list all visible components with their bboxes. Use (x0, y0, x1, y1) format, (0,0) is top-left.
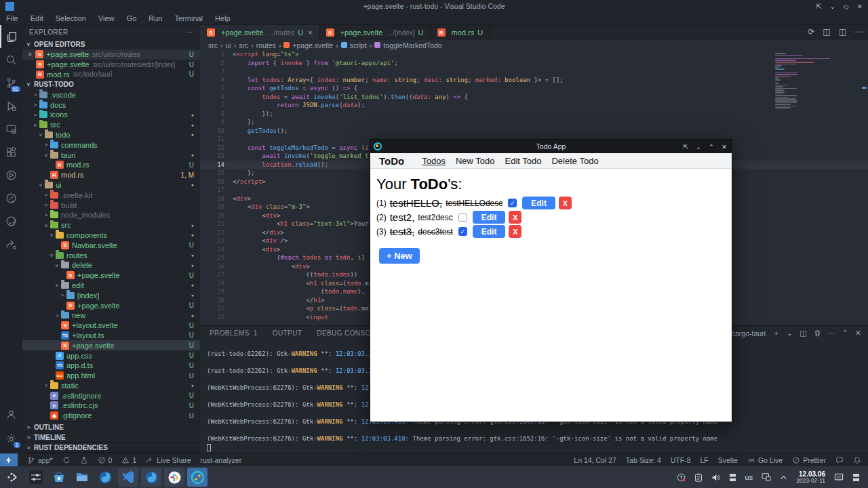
tree-item--gitignore[interactable]: ◆.gitignoreU (22, 411, 200, 421)
code-line-2[interactable]: 2 import { invoke } from '@tauri-apps/ap… (200, 59, 868, 68)
todo-checkbox[interactable]: ✓ (458, 227, 467, 236)
todo-nav-edit-todo[interactable]: Edit Todo (505, 156, 542, 166)
tree-item-node-modules[interactable]: >node_modules (22, 210, 200, 220)
delete-todo-button[interactable]: X (509, 225, 521, 238)
open-editor-item[interactable]: S+page.sveltesrc/ui/src/routes/edit/[ind… (22, 60, 200, 70)
status-item-live-share[interactable]: Live Share (146, 456, 191, 464)
status-item-rust-analyzer[interactable]: rust-analyzer (201, 456, 242, 464)
open-editor-item[interactable]: ×S+page.sveltesrc/ui/src/routesU (22, 49, 200, 60)
extensions-activity-icon[interactable] (0, 140, 22, 163)
terminal-action-icon[interactable]: ◫ (800, 329, 806, 338)
code-line-1[interactable]: 1<script lang="ts"> (200, 50, 868, 59)
breadcrumb-item[interactable]: ui (226, 41, 231, 49)
open-editors-header[interactable]: ∨ OPEN EDITORS (22, 39, 200, 49)
tree-item--svelte-kit[interactable]: >.svelte-kit (22, 190, 200, 200)
menu-help[interactable]: Help (209, 14, 237, 22)
todo-nav-new-todo[interactable]: New Todo (456, 156, 495, 166)
tree-item-commands[interactable]: >commands (22, 140, 200, 150)
status-item-utf-8[interactable]: UTF-8 (671, 456, 691, 464)
todo-window-controls[interactable]: ⇱⌄⌃✕ (683, 143, 727, 150)
breadcrumb-item[interactable]: src (239, 41, 248, 49)
update-tray-icon[interactable] (677, 473, 686, 482)
breadcrumb-item[interactable]: src (208, 41, 218, 49)
tree-item--page-svelte[interactable]: S+page.svelteU (22, 270, 200, 281)
code-line-8[interactable]: 8 }); (200, 110, 868, 119)
circle2-activity-icon[interactable] (0, 186, 22, 209)
taskbar-clock[interactable]: 12.03.062023-07-11 (796, 470, 825, 484)
status-item-go-live[interactable]: Go Live (747, 456, 783, 464)
panel-tab-problems[interactable]: PROBLEMS1 (210, 329, 258, 337)
taskbar-app-firefox[interactable] (141, 468, 161, 487)
breadcrumb-item[interactable]: +page.svelte (292, 41, 333, 49)
tree-item-new[interactable]: >new● (22, 310, 200, 321)
menu-terminal[interactable]: Terminal (169, 14, 210, 22)
debug-activity-icon[interactable] (0, 94, 22, 117)
account-activity-icon[interactable] (0, 403, 22, 426)
scm-activity-icon[interactable]: 51 (0, 71, 22, 94)
tree-item-icons[interactable]: >icons● (22, 110, 200, 120)
status-item-svelte[interactable]: Svelte (718, 456, 738, 464)
section-timeline[interactable]: >TIMELINE (22, 432, 200, 443)
status-item-0[interactable]: 0 (98, 456, 113, 464)
code-line-4[interactable]: 4 let todos: Array<{ index: number; name… (200, 76, 868, 85)
taskbar-app-tweaks[interactable] (26, 468, 46, 487)
terminal-action-icon[interactable]: ⌃ (842, 329, 848, 338)
tree-item-src[interactable]: vsrc● (22, 220, 200, 230)
tree-item--eslintrc-cjs[interactable]: e.eslintrc.cjsU (22, 401, 200, 411)
terminal-action-icon[interactable]: ✕ (855, 329, 861, 338)
remote-indicator[interactable] (0, 453, 18, 467)
menu-go[interactable]: Go (121, 14, 143, 22)
tree-item-navbar-svelte[interactable]: SNavbar.svelteU (22, 240, 200, 250)
kill-terminal-icon[interactable] (814, 329, 821, 337)
chevup-tray-icon[interactable] (780, 474, 787, 481)
code-line-7[interactable]: 7 return JSON.parse(data); (200, 101, 868, 110)
menu-file[interactable]: File (0, 14, 24, 22)
breadcrumb-item[interactable]: routes (256, 41, 276, 49)
code-line-9[interactable]: 9 }; (200, 118, 868, 127)
open-editor-item[interactable]: Rmod.rssrc/todo/tauriU (22, 70, 200, 80)
pin-icon[interactable]: ⇱ (683, 143, 688, 150)
tree-item-build[interactable]: >build (22, 200, 200, 210)
tab-mod-rs[interactable]: Rmod.rsU (431, 25, 490, 40)
status-item-beaker[interactable] (80, 456, 88, 464)
menu-run[interactable]: Run (142, 14, 168, 22)
code-line-5[interactable]: 5 const getTodos = async () => { (200, 84, 868, 93)
tree-item-mod-rs[interactable]: Rmod.rsU (22, 160, 200, 170)
taskbar-app-firefox[interactable] (95, 468, 115, 487)
tree-item--page-svelte[interactable]: S+page.svelteU (22, 300, 200, 310)
editor-actions[interactable]: ⟳◫◫⋯ (808, 27, 863, 37)
tree-item-tauri[interactable]: vtauri● (22, 150, 200, 160)
breadcrumb[interactable]: src›ui›src›routes›+page.svelte›script›to… (200, 40, 868, 50)
todo-checkbox[interactable] (458, 213, 467, 222)
status-item-tab-size-4[interactable]: Tab Size: 4 (626, 456, 661, 464)
rollup-icon[interactable]: ⌄ (830, 3, 835, 10)
todo-checkbox[interactable]: ✓ (508, 199, 517, 207)
restore-icon[interactable]: ◇ (844, 3, 849, 10)
code-line-10[interactable]: 10 getTodos(); (200, 127, 868, 136)
close-tab-icon[interactable]: × (308, 28, 312, 37)
terminal-actions[interactable]: >cargo-tauri＋⌄◫⋯⌃✕ (721, 328, 861, 338)
tree-item-src[interactable]: vsrc● (22, 120, 200, 130)
minimap[interactable] (775, 53, 837, 109)
code-line-6[interactable]: 6 todos = await invoke('list_todos').the… (200, 93, 868, 102)
remote-activity-icon[interactable] (0, 117, 22, 140)
close-icon[interactable]: ✕ (857, 3, 863, 10)
terminal-action-icon[interactable]: ⋯ (828, 329, 835, 338)
tree-item--layout-ts[interactable]: TS+layout.tsU (22, 331, 200, 341)
todo-nav-delete-todo[interactable]: Delete Todo (551, 156, 598, 166)
close-editor-icon[interactable]: × (28, 50, 32, 58)
code-line-3[interactable]: 3 (200, 67, 868, 76)
tree-item--eslintignore[interactable]: e.eslintignoreU (22, 390, 200, 401)
status-item-prettier[interactable]: Prettier (792, 456, 826, 464)
menu-edit[interactable]: Edit (24, 14, 50, 22)
volume-tray-icon[interactable] (711, 473, 720, 482)
status-item-bell[interactable] (853, 456, 861, 464)
tree-item-ui[interactable]: vui● (22, 180, 200, 190)
explorer-more-icon[interactable]: ··· (186, 28, 193, 36)
edit-todo-button[interactable]: Edit (473, 211, 506, 224)
terminal-action-icon[interactable]: ⌄ (787, 329, 793, 338)
editor-action-icon[interactable]: ⟳ (808, 27, 814, 37)
share-activity-icon[interactable] (0, 232, 22, 256)
tree-item--vscode[interactable]: >.vscode (22, 89, 200, 100)
editor-action-icon[interactable]: ◫ (839, 27, 846, 37)
